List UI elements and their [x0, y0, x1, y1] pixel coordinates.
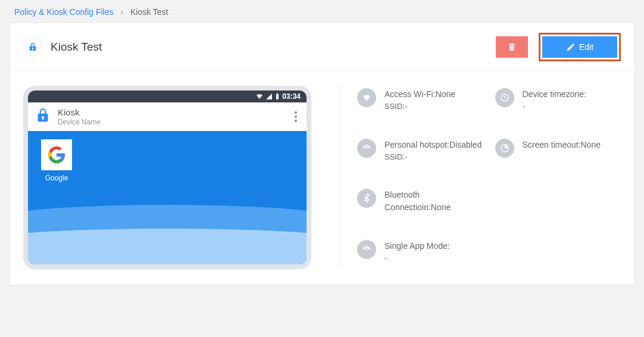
setting-hotspot: Personal hotspot:Disabled SSID:-	[357, 139, 483, 163]
config-card: Kiosk Test Edit 03:34	[10, 23, 634, 285]
delete-button[interactable]	[496, 36, 528, 58]
edit-button-highlight: Edit	[539, 33, 621, 61]
lock-icon	[23, 38, 42, 57]
hotspot-icon	[357, 240, 376, 259]
settings-grid: Access Wi-Fi:None SSID:- Device timezone…	[357, 86, 621, 269]
battery-icon	[275, 93, 280, 100]
svg-point-3	[366, 147, 368, 149]
app-title: Kiosk	[58, 107, 285, 118]
tablet-frame: 03:34 Kiosk Device Name	[23, 86, 311, 269]
setting-bluetooth: Bluetooth Connectioin:None	[357, 189, 483, 214]
setting-wifi: Access Wi-Fi:None SSID:-	[357, 88, 483, 113]
app-subtitle: Device Name	[58, 118, 285, 126]
wifi-icon	[357, 88, 376, 107]
trash-icon	[507, 42, 517, 52]
pencil-icon	[566, 42, 576, 52]
status-time: 03:34	[282, 92, 301, 101]
edit-button-label: Edit	[579, 42, 593, 52]
status-bar: 03:34	[28, 91, 307, 102]
card-body: 03:34 Kiosk Device Name	[10, 70, 634, 285]
divider	[339, 86, 339, 269]
bluetooth-icon	[357, 189, 376, 208]
google-icon	[41, 139, 72, 170]
tablet-home: Google	[28, 131, 307, 264]
breadcrumb-root-link[interactable]: Policy & Kiosk Config Files	[14, 7, 114, 17]
edit-button[interactable]: Edit	[542, 36, 617, 58]
chevron-right-icon: ›	[120, 7, 123, 17]
device-preview: 03:34 Kiosk Device Name	[23, 86, 321, 269]
signal-icon	[265, 93, 273, 100]
lock-icon	[35, 108, 51, 126]
svg-rect-0	[276, 94, 279, 99]
hotspot-icon	[357, 139, 376, 158]
wifi-icon	[256, 93, 263, 100]
setting-screen-timeout: Screen timeout:None	[495, 139, 621, 163]
breadcrumb-current: Kiosk Test	[130, 7, 168, 17]
timeout-icon	[495, 139, 514, 158]
svg-rect-1	[277, 93, 278, 95]
app-shortcut-google[interactable]: Google	[36, 139, 77, 182]
setting-single-app: Single App Mode: -	[357, 240, 483, 264]
card-header: Kiosk Test Edit	[10, 23, 634, 70]
svg-point-5	[366, 249, 368, 251]
overflow-menu-icon[interactable]	[292, 109, 299, 124]
app-shortcut-label: Google	[36, 174, 77, 182]
app-bar: Kiosk Device Name	[28, 102, 307, 131]
setting-timezone: Device timezone: -	[495, 88, 621, 113]
page-title: Kiosk Test	[51, 40, 496, 54]
clock-icon	[495, 88, 514, 107]
breadcrumb: Policy & Kiosk Config Files › Kiosk Test	[0, 0, 644, 23]
